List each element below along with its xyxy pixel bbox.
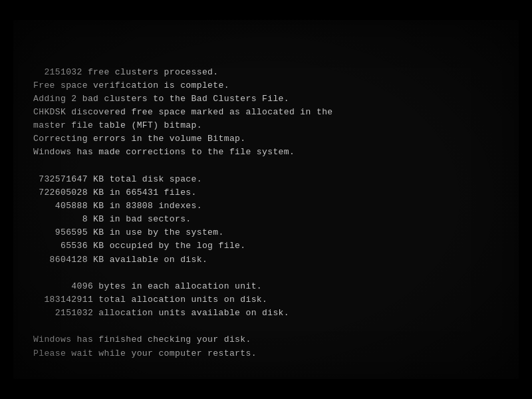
line8: 732571647 KB total disk space.	[33, 173, 499, 186]
blank-line	[33, 267, 499, 280]
screen: 2151032 free clusters processed.Free spa…	[13, 20, 519, 379]
terminal-output: 2151032 free clusters processed.Free spa…	[13, 25, 519, 373]
line17: 2151032 allocation units available on di…	[33, 307, 499, 320]
line9: 722605028 KB in 665431 files.	[33, 186, 499, 200]
line15: 4096 bytes in each allocation unit.	[33, 280, 499, 293]
line1: 2151032 free clusters processed.	[33, 66, 499, 79]
blank-line	[33, 160, 499, 173]
line18: Windows has finished checking your disk.	[33, 333, 499, 346]
line3: Adding 2 bad clusters to the Bad Cluster…	[33, 92, 499, 106]
line4: CHKDSK discovered free space marked as a…	[33, 106, 499, 119]
line7: Windows has made corrections to the file…	[33, 146, 499, 159]
line2: Free space verification is complete.	[33, 79, 499, 92]
line13: 65536 KB occupied by the log file.	[33, 239, 499, 253]
line14: 8604128 KB available on disk.	[33, 253, 499, 267]
line10: 405888 KB in 83808 indexes.	[33, 200, 499, 213]
line12: 956595 KB in use by the system.	[33, 226, 499, 239]
line16: 183142911 total allocation units on disk…	[33, 293, 499, 307]
line11: 8 KB in bad sectors.	[33, 213, 499, 226]
line19: Please wait while your computer restarts…	[33, 347, 499, 360]
line6: Correcting errors in the volume Bitmap.	[33, 132, 499, 146]
line5: master file table (MFT) bitmap.	[33, 119, 499, 132]
blank-line	[33, 320, 499, 333]
